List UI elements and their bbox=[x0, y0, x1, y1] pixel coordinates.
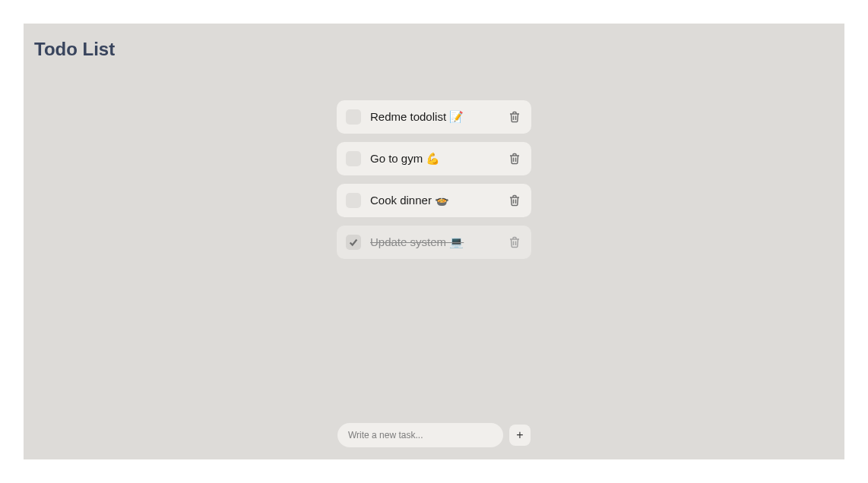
delete-task-button[interactable] bbox=[507, 235, 522, 250]
trash-icon bbox=[509, 236, 520, 248]
trash-icon bbox=[509, 194, 520, 207]
delete-task-button[interactable] bbox=[507, 193, 522, 208]
todo-checkbox[interactable] bbox=[346, 109, 361, 125]
todo-list: Redme todolist 📝Go to gym 💪Cook dinner 🍲… bbox=[337, 100, 531, 259]
todo-text: Redme todolist 📝 bbox=[370, 110, 507, 124]
page-title: Todo List bbox=[24, 24, 844, 60]
todo-item: Update system 💻 bbox=[337, 226, 531, 259]
todo-checkbox[interactable] bbox=[346, 193, 361, 208]
add-task-button[interactable]: + bbox=[509, 425, 531, 446]
todo-text: Cook dinner 🍲 bbox=[370, 194, 507, 207]
todo-text: Go to gym 💪 bbox=[370, 152, 507, 166]
todo-item: Redme todolist 📝 bbox=[337, 100, 531, 134]
new-task-input[interactable] bbox=[337, 423, 503, 447]
todo-text: Update system 💻 bbox=[370, 235, 507, 249]
delete-task-button[interactable] bbox=[507, 151, 522, 166]
delete-task-button[interactable] bbox=[507, 109, 522, 125]
todo-item: Go to gym 💪 bbox=[337, 142, 531, 175]
todo-item: Cook dinner 🍲 bbox=[337, 184, 531, 217]
todo-checkbox[interactable] bbox=[346, 151, 361, 166]
todo-checkbox[interactable] bbox=[346, 235, 361, 250]
trash-icon bbox=[509, 153, 520, 165]
app-container: Todo List Redme todolist 📝Go to gym 💪Coo… bbox=[24, 24, 844, 459]
input-row: + bbox=[337, 423, 531, 447]
check-icon bbox=[348, 237, 359, 248]
trash-icon bbox=[509, 111, 520, 123]
